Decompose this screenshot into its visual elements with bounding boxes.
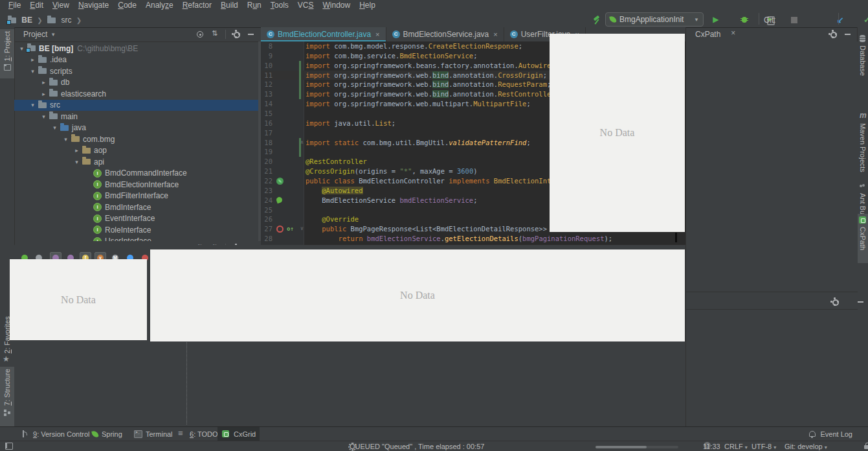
tool-button-spring[interactable]: Spring bbox=[88, 427, 126, 441]
close-icon[interactable] bbox=[729, 30, 739, 39]
tree-label: elasticsearch bbox=[61, 89, 106, 98]
menu-analyze[interactable]: Analyze bbox=[141, 1, 178, 10]
tree-row-userinterface[interactable]: UserInterface bbox=[14, 236, 261, 242]
collapse-all-icon[interactable] bbox=[210, 30, 219, 39]
gear-icon[interactable] bbox=[232, 30, 241, 39]
tree-expanded-icon[interactable]: ▾ bbox=[18, 45, 25, 52]
menu-navigate[interactable]: Navigate bbox=[74, 1, 113, 10]
menu-window[interactable]: Window bbox=[318, 1, 355, 10]
caret-position[interactable]: 11:33 bbox=[703, 442, 720, 451]
locate-file-icon[interactable] bbox=[195, 30, 205, 39]
overriding-method-icon[interactable]: o↑ bbox=[287, 226, 294, 233]
tree-row-main[interactable]: ▾main bbox=[14, 111, 261, 122]
tree-expanded-icon[interactable]: ▾ bbox=[73, 159, 80, 165]
tab-bmdelectioncontroller-java[interactable]: BmdElectionController.java× bbox=[261, 27, 386, 41]
project-panel-title[interactable]: Project bbox=[23, 30, 47, 39]
tree-collapsed-icon[interactable]: ▸ bbox=[29, 56, 36, 63]
no-data-text: No Data bbox=[61, 294, 96, 306]
encoding-selector[interactable]: UTF-8 ▾ bbox=[751, 442, 776, 451]
tool-button-1-project[interactable]: 1: Project bbox=[0, 29, 14, 78]
tool-button-9-version-control[interactable]: 9: Version Control bbox=[17, 427, 93, 441]
tool-button-cxgrid[interactable]: CxGrid bbox=[217, 427, 260, 441]
tree-row-aop[interactable]: ▸aop bbox=[14, 145, 261, 157]
close-icon[interactable]: × bbox=[375, 30, 379, 38]
menu-help[interactable]: Help bbox=[355, 1, 380, 10]
tree-row-be-bmg[interactable]: ▾BE [bmg]C:\github\bmg\BE bbox=[14, 43, 261, 54]
build-hammer-icon[interactable] bbox=[592, 16, 601, 25]
debug-button[interactable] bbox=[740, 16, 749, 25]
tree-expanded-icon[interactable]: ▾ bbox=[29, 68, 36, 75]
tree-row-src[interactable]: ▾src bbox=[14, 100, 261, 111]
tool-button-label: CxGrid bbox=[234, 430, 256, 438]
run-configuration-select[interactable]: BmgApplicationInit ▼ bbox=[605, 12, 704, 27]
hide-panel-icon[interactable] bbox=[843, 30, 852, 39]
tree-row-elasticsearch[interactable]: ▸elasticsearch bbox=[14, 88, 261, 100]
breadcrumb-project[interactable]: BE bbox=[21, 16, 32, 25]
tree-expanded-icon[interactable]: ▾ bbox=[29, 102, 36, 108]
line-separator-selector[interactable]: CRLF ▾ bbox=[724, 442, 748, 451]
code-text: import static com.bmg.util.BmgUtil.valid… bbox=[306, 138, 531, 148]
tree-expanded-icon[interactable]: ▾ bbox=[62, 136, 69, 143]
hide-panel-icon[interactable] bbox=[856, 297, 865, 306]
line-number: 10 bbox=[261, 61, 273, 71]
menu-vcs[interactable]: VCS bbox=[293, 1, 318, 10]
tool-button-terminal[interactable]: Terminal bbox=[129, 427, 177, 441]
tree-row-scripts[interactable]: ▾scripts bbox=[14, 65, 261, 77]
menu-run[interactable]: Run bbox=[243, 1, 266, 10]
git-branch-selector[interactable]: Git: develop ▾ bbox=[785, 442, 827, 451]
tree-row-roleinterface[interactable]: RoleInterface bbox=[14, 224, 261, 236]
menu-code[interactable]: Code bbox=[113, 1, 141, 10]
breadcrumb-src[interactable]: src bbox=[61, 16, 71, 25]
tree-row-com-bmg[interactable]: ▾com.bmg bbox=[14, 133, 261, 145]
close-icon[interactable]: × bbox=[493, 30, 497, 38]
tree-row-db[interactable]: ▸db bbox=[14, 77, 261, 89]
tree-collapsed-icon[interactable]: ▸ bbox=[40, 79, 47, 86]
fold-marker-icon[interactable]: ∨ bbox=[300, 224, 304, 234]
tree-row-bmdinterface[interactable]: BmdInterface bbox=[14, 202, 261, 213]
line-number: 9 bbox=[261, 51, 273, 61]
gear-icon[interactable] bbox=[830, 297, 840, 306]
hide-panel-icon[interactable] bbox=[247, 30, 256, 39]
tree-row-bmdelectioninterface[interactable]: BmdElectionInterface bbox=[14, 179, 261, 191]
update-project-button[interactable] bbox=[836, 16, 845, 25]
code-line-28[interactable]: 28 return bmdElectionService.getElection… bbox=[261, 234, 685, 244]
lock-icon[interactable] bbox=[862, 441, 868, 450]
no-data-overlay: No Data bbox=[550, 34, 685, 232]
tool-button-database[interactable]: Database bbox=[858, 32, 868, 91]
commit-button[interactable] bbox=[863, 16, 868, 25]
menu-edit[interactable]: Edit bbox=[25, 1, 48, 10]
cxpath-panel-title[interactable]: CxPath bbox=[695, 30, 720, 39]
event-log-button[interactable]: Event Log bbox=[804, 427, 856, 441]
tree-row-bmdfilterinterface[interactable]: BmdFilterInterface bbox=[14, 191, 261, 202]
tree-expanded-icon[interactable]: ▾ bbox=[51, 124, 58, 131]
toggle-tool-windows-icon[interactable] bbox=[5, 442, 14, 451]
tab-bmdelectionservice-java[interactable]: BmdElectionService.java× bbox=[386, 27, 504, 41]
tool-button-maven-projects[interactable]: Maven Projects bbox=[858, 110, 868, 184]
tree-row-eventinterface[interactable]: EventInterface bbox=[14, 213, 261, 225]
menu-file[interactable]: File bbox=[4, 1, 25, 10]
spring-bean-class-icon[interactable] bbox=[276, 178, 284, 185]
tree-collapsed-icon[interactable]: ▸ bbox=[73, 147, 80, 154]
tree-row-java[interactable]: ▾java bbox=[14, 122, 261, 134]
stop-button[interactable] bbox=[790, 16, 799, 25]
line-number: 28 bbox=[261, 234, 273, 244]
menu-view[interactable]: View bbox=[48, 1, 74, 10]
tree-expanded-icon[interactable]: ▾ bbox=[40, 113, 47, 120]
src-folder-icon bbox=[47, 17, 56, 23]
tool-button-6-todo[interactable]: 6: TODO bbox=[173, 427, 222, 441]
tree-row-api[interactable]: ▾api bbox=[14, 156, 261, 168]
menu-tools[interactable]: Tools bbox=[266, 1, 293, 10]
menu-build[interactable]: Build bbox=[216, 1, 243, 10]
tree-collapsed-icon[interactable]: ▸ bbox=[40, 91, 47, 97]
tool-button-7-structure[interactable]: 7: Structure bbox=[0, 367, 14, 426]
request-mapping-icon[interactable] bbox=[276, 226, 284, 233]
menu-refactor[interactable]: Refactor bbox=[178, 1, 216, 10]
tree-row-bmdcommandinterface[interactable]: BmdCommandInterface bbox=[14, 168, 261, 179]
bottom-splitter[interactable] bbox=[186, 342, 187, 424]
tool-button-cxpath[interactable]: CxPath bbox=[858, 214, 868, 263]
autowired-bean-icon[interactable] bbox=[276, 196, 284, 203]
gear-icon[interactable] bbox=[829, 30, 838, 39]
tree-row-idea[interactable]: ▸.idea bbox=[14, 54, 261, 66]
fold-marker-icon[interactable]: ∧ bbox=[300, 138, 304, 148]
run-button[interactable] bbox=[712, 16, 721, 25]
